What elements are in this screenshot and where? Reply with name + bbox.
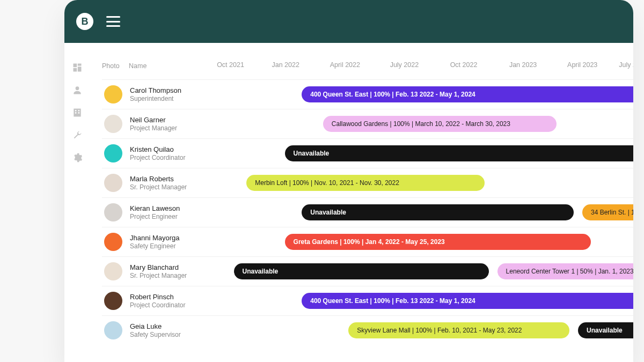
avatar[interactable] — [104, 174, 122, 192]
hamburger-icon[interactable] — [106, 16, 120, 27]
gear-icon[interactable] — [72, 152, 83, 163]
person-row[interactable]: Neil GarnerProject ManagerCallawood Gard… — [102, 109, 633, 138]
sidebar — [64, 43, 90, 362]
avatar[interactable] — [104, 203, 122, 221]
person-info: Carol ThompsonSuperintendent — [122, 86, 208, 102]
person-role: Project Manager — [130, 124, 208, 132]
avatar[interactable] — [104, 233, 122, 251]
svg-rect-9 — [78, 112, 80, 114]
people-rows: Carol ThompsonSuperintendent400 Queen St… — [102, 79, 633, 345]
timeline-month-label: July 2022 — [390, 61, 419, 69]
allocation-bar[interactable]: 400 Queen St. East | 100% | Feb. 13 2022… — [302, 293, 633, 309]
timeline-month-label: Jan 2023 — [509, 61, 537, 69]
timeline-track: Unavailable34 Berlin St. | 100% | — [208, 198, 633, 227]
svg-point-4 — [76, 86, 79, 90]
allocation-bar[interactable]: Unavailable — [234, 263, 489, 279]
timeline-month-label: Oct 2022 — [450, 61, 478, 69]
person-row[interactable]: Kieran LawesonProject EngineerUnavailabl… — [102, 197, 633, 227]
person-info: Marla RobertsSr. Project Manager — [122, 175, 208, 191]
svg-rect-7 — [78, 110, 80, 112]
timeline-month-label: April 2022 — [330, 61, 360, 69]
logo-letter: B — [82, 16, 89, 27]
person-name: Robert Pinsch — [130, 293, 208, 301]
person-row[interactable]: Marla RobertsSr. Project ManagerMerbin L… — [102, 168, 633, 197]
avatar[interactable] — [104, 85, 122, 104]
allocation-bar[interactable]: Leneord Center Tower 1 | 50% | Jan. 1, 2… — [497, 263, 633, 279]
svg-rect-6 — [75, 110, 77, 112]
user-icon[interactable] — [72, 85, 83, 95]
avatar[interactable] — [104, 321, 122, 339]
avatar[interactable] — [104, 144, 122, 162]
timeline-track: Greta Gardens | 100% | Jan 4, 2022 - May… — [208, 227, 633, 256]
allocation-bar[interactable]: 400 Queen St. East | 100% | Feb. 13 2022… — [302, 86, 633, 102]
svg-rect-0 — [74, 64, 77, 68]
allocation-bar[interactable]: Unavailable — [578, 322, 633, 338]
person-role: Project Engineer — [130, 213, 208, 220]
person-row[interactable]: Robert PinschProject Coordinator400 Quee… — [102, 286, 633, 315]
svg-rect-3 — [74, 68, 77, 72]
timeline-track: 400 Queen St. East | 100% | Feb. 13 2022… — [208, 80, 633, 109]
body: Photo Name Oct 2021Jan 2022April 2022Jul… — [64, 43, 633, 362]
allocation-bar[interactable]: 34 Berlin St. | 100% | — [582, 204, 633, 220]
svg-rect-5 — [74, 109, 80, 117]
person-info: Mary BlanchardSr. Project Manager — [122, 263, 208, 279]
timeline-track: 400 Queen St. East | 100% | Feb. 13 2022… — [208, 286, 633, 315]
person-name: Neil Garner — [130, 116, 208, 124]
person-info: Robert PinschProject Coordinator — [122, 293, 208, 309]
timeline-month-label: April 2023 — [567, 61, 597, 69]
allocation-bar[interactable]: Unavailable — [285, 145, 633, 161]
avatar[interactable] — [104, 262, 122, 280]
person-role: Safety Engineer — [130, 242, 208, 250]
header-row: Photo Name Oct 2021Jan 2022April 2022Jul… — [102, 54, 633, 79]
timeline-track: Unavailable — [208, 139, 633, 168]
app-frame: B Photo Name Oct 2021Jan 2022April 2022J… — [64, 0, 633, 362]
svg-rect-1 — [78, 64, 82, 66]
timeline-track: Merbin Loft | 100% | Nov. 10, 2021 - Nov… — [208, 168, 633, 197]
allocation-bar[interactable]: Skyview Lane Mall | 100% | Feb. 10, 2021… — [348, 322, 569, 338]
person-role: Project Coordinator — [130, 154, 208, 161]
person-info: Neil GarnerProject Manager — [122, 116, 208, 132]
avatar[interactable] — [104, 292, 122, 310]
person-row[interactable]: Kristen QuilaoProject CoordinatorUnavail… — [102, 138, 633, 168]
person-name: Marla Roberts — [130, 175, 208, 183]
person-info: Jhanni MayorgaSafety Engineer — [122, 234, 208, 250]
timeline-track: Skyview Lane Mall | 100% | Feb. 10, 2021… — [208, 316, 633, 345]
allocation-bar[interactable]: Greta Gardens | 100% | Jan 4, 2022 - May… — [285, 234, 591, 250]
timeline-track: Callawood Gardens | 100% | March 10, 202… — [208, 109, 633, 138]
allocation-bar[interactable]: Merbin Loft | 100% | Nov. 10, 2021 - Nov… — [246, 175, 485, 191]
person-row[interactable]: Carol ThompsonSuperintendent400 Queen St… — [102, 79, 633, 109]
content: Photo Name Oct 2021Jan 2022April 2022Jul… — [90, 43, 633, 362]
person-name: Geia Luke — [130, 322, 208, 330]
person-name: Jhanni Mayorga — [130, 234, 208, 242]
logo[interactable]: B — [76, 13, 93, 30]
person-role: Safety Supervisor — [130, 331, 208, 338]
column-header-photo: Photo — [102, 62, 129, 70]
person-name: Kieran Laweson — [130, 204, 208, 212]
person-role: Sr. Project Manager — [130, 272, 208, 279]
timeline-month-label: Jan 2022 — [272, 61, 299, 69]
dashboard-icon[interactable] — [72, 62, 83, 73]
person-info: Kieran LawesonProject Engineer — [122, 204, 208, 220]
person-info: Kristen QuilaoProject Coordinator — [122, 145, 208, 161]
person-name: Carol Thompson — [130, 86, 208, 94]
topbar: B — [64, 0, 633, 43]
person-row[interactable]: Jhanni MayorgaSafety EngineerGreta Garde… — [102, 227, 633, 256]
svg-rect-2 — [78, 67, 82, 71]
wrench-icon[interactable] — [72, 130, 83, 141]
allocation-bar[interactable]: Unavailable — [302, 204, 574, 220]
person-info: Geia LukeSafety Supervisor — [122, 322, 208, 338]
person-role: Sr. Project Manager — [130, 183, 208, 191]
person-role: Superintendent — [130, 95, 208, 102]
avatar[interactable] — [104, 115, 122, 133]
person-row[interactable]: Mary BlanchardSr. Project ManagerUnavail… — [102, 256, 633, 286]
person-name: Kristen Quilao — [130, 145, 208, 153]
allocation-bar[interactable]: Callawood Gardens | 100% | March 10, 202… — [323, 116, 557, 132]
timeline-month-label: July 2023 — [619, 61, 633, 69]
svg-rect-8 — [75, 112, 77, 114]
timeline-header: Oct 2021Jan 2022April 2022July 2022Oct 2… — [209, 61, 633, 71]
person-name: Mary Blanchard — [130, 263, 208, 271]
building-icon[interactable] — [72, 107, 83, 118]
person-row[interactable]: Geia LukeSafety SupervisorSkyview Lane M… — [102, 315, 633, 345]
column-header-name: Name — [129, 62, 209, 70]
person-role: Project Coordinator — [130, 301, 208, 309]
